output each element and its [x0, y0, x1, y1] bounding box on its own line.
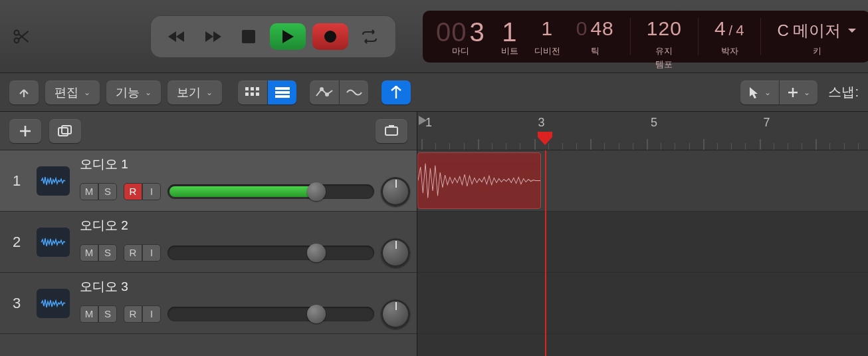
volume-slider[interactable]: [167, 184, 374, 199]
audio-waveform-icon: [41, 236, 66, 249]
track-name-label: 오디오 2: [80, 217, 410, 234]
track-icon[interactable]: [33, 150, 73, 211]
track-number: 1: [0, 150, 33, 211]
svg-rect-6: [256, 87, 259, 90]
transport-controls: [150, 15, 396, 58]
svg-rect-2: [242, 30, 255, 43]
arrange-lane[interactable]: [417, 150, 868, 212]
svg-rect-16: [58, 128, 68, 136]
track-row[interactable]: 2 오디오 2 M S R I: [0, 212, 417, 273]
rewind-button[interactable]: [162, 22, 191, 51]
svg-rect-10: [275, 87, 290, 90]
pan-knob[interactable]: [381, 177, 410, 206]
duplicate-track-button[interactable]: [49, 119, 81, 143]
track-number: 2: [0, 212, 33, 272]
grid-view-button[interactable]: [238, 81, 267, 104]
lcd-position-bar[interactable]: 003 마디: [436, 17, 485, 57]
fast-forward-button[interactable]: [198, 22, 227, 51]
arrange-area: 1357: [417, 112, 868, 356]
input-monitor-button[interactable]: I: [142, 183, 161, 200]
view-menu[interactable]: 보기⌄: [167, 81, 222, 104]
track-row[interactable]: 1 오디오 1 M S R I: [0, 150, 417, 212]
pan-knob[interactable]: [381, 238, 410, 267]
catch-playhead-button[interactable]: [381, 81, 411, 104]
svg-rect-7: [245, 92, 249, 96]
track-list-header: [0, 112, 417, 150]
track-name-label: 오디오 3: [80, 278, 410, 295]
record-enable-button[interactable]: R: [124, 244, 142, 262]
ruler-bar-number: 1: [425, 116, 432, 130]
svg-point-14: [326, 93, 328, 96]
add-track-button[interactable]: [9, 119, 41, 143]
stop-button[interactable]: [234, 22, 263, 51]
arrange-lane[interactable]: [417, 212, 868, 273]
input-monitor-button[interactable]: I: [142, 305, 161, 323]
svg-rect-12: [275, 95, 290, 98]
track-list-panel: 1 오디오 1 M S R I: [0, 112, 417, 356]
svg-point-3: [324, 31, 336, 43]
automation-button[interactable]: [310, 81, 339, 104]
pan-knob[interactable]: [381, 299, 410, 329]
track-name-label: 오디오 1: [80, 156, 410, 173]
edit-menu[interactable]: 편집⌄: [45, 81, 100, 104]
work-area: 1 오디오 1 M S R I: [0, 112, 868, 356]
ruler-bar-number: 7: [764, 116, 770, 130]
lcd-position-tick[interactable]: 048 틱: [576, 17, 614, 57]
scissors-tool-icon[interactable]: [12, 23, 31, 50]
mute-button[interactable]: M: [80, 305, 98, 323]
secondary-toolbar: 편집⌄ 기능⌄ 보기⌄ ⌄ ⌄ 스냅:: [0, 73, 868, 112]
input-monitor-button[interactable]: I: [142, 244, 161, 262]
solo-button[interactable]: S: [98, 183, 117, 200]
svg-rect-17: [62, 126, 71, 134]
lcd-position-division[interactable]: 1 디비전: [534, 17, 560, 57]
pointer-tool-button[interactable]: ⌄: [740, 81, 779, 104]
audio-region[interactable]: [417, 152, 541, 209]
ruler-bar-number: 3: [538, 116, 545, 130]
svg-rect-11: [275, 91, 290, 94]
back-up-button[interactable]: [9, 81, 39, 104]
play-button[interactable]: [270, 23, 306, 50]
mute-button[interactable]: M: [80, 183, 98, 200]
track-icon[interactable]: [33, 273, 73, 333]
lcd-tempo[interactable]: 120 유지 템포: [647, 17, 682, 71]
playhead-marker-icon[interactable]: [538, 132, 552, 146]
lcd-key[interactable]: C 메이저 키: [777, 17, 857, 57]
svg-rect-9: [256, 92, 259, 96]
track-icon[interactable]: [33, 212, 73, 272]
track-number: 3: [0, 273, 33, 333]
record-enable-button[interactable]: R: [124, 183, 142, 200]
solo-button[interactable]: S: [98, 244, 117, 262]
chevron-down-icon: [847, 27, 857, 34]
record-button[interactable]: [312, 23, 348, 50]
cycle-button[interactable]: [355, 22, 384, 51]
lcd-display: 003 마디 1 비트 1 디비전 048 틱 120 유지 템포 4/4 박자: [423, 11, 868, 63]
record-enable-button[interactable]: R: [124, 305, 142, 323]
track-row[interactable]: 3 오디오 3 M S R I: [0, 273, 417, 334]
add-tool-button[interactable]: ⌄: [779, 81, 817, 104]
arrange-lane[interactable]: [417, 273, 868, 334]
volume-slider[interactable]: [167, 307, 374, 321]
mute-button[interactable]: M: [80, 244, 98, 262]
svg-point-13: [320, 88, 323, 90]
timeline-ruler[interactable]: 1357: [417, 112, 868, 150]
list-view-button[interactable]: [267, 81, 296, 104]
global-tracks-button[interactable]: [376, 119, 407, 143]
function-menu[interactable]: 기능⌄: [106, 81, 161, 104]
svg-rect-18: [385, 127, 397, 135]
svg-rect-8: [251, 92, 254, 96]
region-waveform-icon: [418, 153, 540, 208]
svg-rect-4: [245, 87, 249, 90]
audio-waveform-icon: [41, 174, 66, 188]
volume-slider[interactable]: [167, 246, 374, 260]
ruler-bar-number: 5: [651, 116, 657, 130]
audio-waveform-icon: [41, 297, 66, 310]
lcd-position-beat[interactable]: 1 비트: [501, 17, 518, 57]
snap-label: 스냅:: [828, 83, 859, 101]
solo-button[interactable]: S: [98, 305, 117, 323]
top-toolbar: 003 마디 1 비트 1 디비전 048 틱 120 유지 템포 4/4 박자: [0, 0, 868, 73]
svg-rect-5: [251, 87, 254, 90]
flex-button[interactable]: [339, 81, 368, 104]
arrange-lanes[interactable]: [417, 150, 868, 356]
lcd-timesig[interactable]: 4/4 박자: [714, 17, 745, 57]
